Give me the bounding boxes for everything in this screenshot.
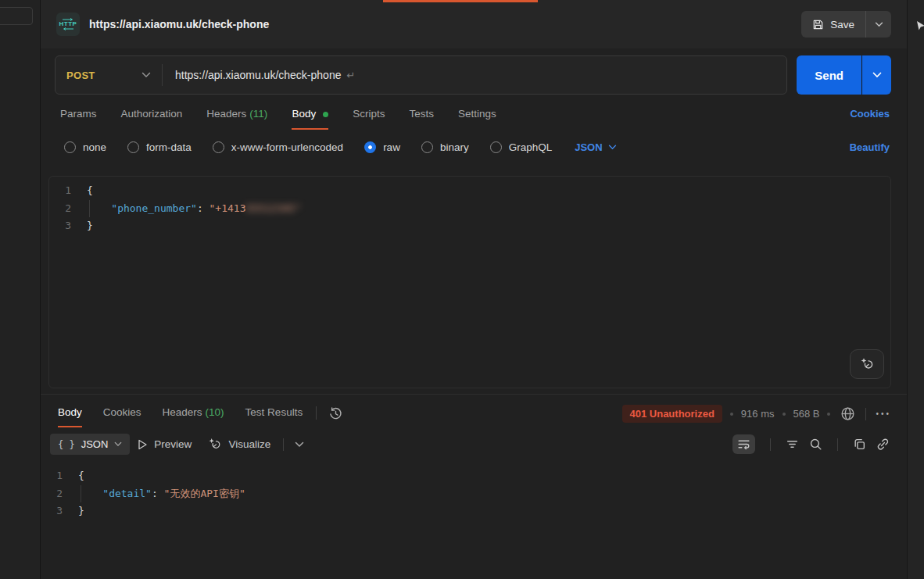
line-number: 1 <box>41 467 78 485</box>
code-line: 2 "detail": "无效的API密钥" <box>41 485 907 503</box>
radio-selected-icon <box>364 141 376 153</box>
mode-x-www-form-urlencoded[interactable]: x-www-form-urlencoded <box>213 141 343 153</box>
mode-form-data[interactable]: form-data <box>127 141 192 153</box>
tab-body[interactable]: Body <box>292 108 328 130</box>
visualize-button[interactable]: Visualize <box>199 432 278 456</box>
tab-label: Headers <box>163 406 202 418</box>
code-token: 55512345" <box>246 202 301 214</box>
word-wrap-icon <box>737 438 750 451</box>
code-token: "无效的API密钥" <box>164 488 245 499</box>
toolbar-divider <box>837 438 838 451</box>
meta-separator-dot <box>730 413 733 416</box>
mode-raw[interactable]: raw <box>364 141 400 153</box>
code-line: 2 "phone_number": "+141355512345" <box>49 200 890 218</box>
tab-label: Body <box>58 406 82 418</box>
radio-icon <box>64 141 76 153</box>
search-button[interactable] <box>809 438 822 451</box>
response-more-menu[interactable]: ••• <box>876 409 891 418</box>
tab-scripts[interactable]: Scripts <box>353 108 385 130</box>
code-line: 1{ <box>41 467 907 485</box>
tab-label: Scripts <box>353 108 385 120</box>
word-wrap-button[interactable] <box>732 434 755 454</box>
line-number: 3 <box>41 502 78 520</box>
response-meta: 401 Unauthorized 916 ms 568 B ••• <box>622 405 892 423</box>
response-header-divider <box>316 406 317 420</box>
raw-language-select[interactable]: JSON <box>575 141 616 153</box>
format-label: JSON <box>81 438 109 450</box>
network-globe-icon[interactable] <box>840 406 856 422</box>
send-button-label: Send <box>797 55 861 95</box>
code-token: { <box>87 184 93 196</box>
method-select[interactable]: POST <box>56 70 162 81</box>
http-request-icon: HTTP <box>56 13 80 36</box>
mode-binary[interactable]: binary <box>421 141 469 153</box>
enter-hint-glyph: ↵ <box>346 70 355 81</box>
copy-button[interactable] <box>853 438 866 451</box>
response-time[interactable]: 916 ms <box>741 408 775 420</box>
code-token: { <box>78 470 84 481</box>
beautify-link[interactable]: Beautify <box>850 141 890 153</box>
response-header: Body Cookies Headers(10) Test Results 40… <box>41 395 907 427</box>
indent-guide <box>81 485 81 503</box>
filter-icon <box>786 438 799 451</box>
radio-icon <box>127 141 139 153</box>
postbot-button[interactable] <box>850 349 884 379</box>
line-number: 2 <box>49 200 87 218</box>
save-button[interactable]: Save <box>801 11 891 38</box>
response-format-select[interactable]: { } JSON <box>50 434 130 455</box>
save-options-button[interactable] <box>866 11 891 38</box>
response-toolbar: { } JSON Preview Visualize <box>41 427 907 461</box>
response-tabs: Body Cookies Headers(10) Test Results <box>58 395 303 427</box>
mouse-cursor-icon <box>916 20 924 31</box>
response-tab-body[interactable]: Body <box>58 395 82 427</box>
chevron-down-icon <box>295 441 304 448</box>
response-body-editor[interactable]: 1{2 "detail": "无效的API密钥"3} <box>41 461 907 520</box>
visualize-sparkle-icon <box>207 437 222 452</box>
tab-tests[interactable]: Tests <box>409 108 434 130</box>
save-icon <box>812 19 824 30</box>
tab-authorization[interactable]: Authorization <box>121 108 183 130</box>
filter-button[interactable] <box>786 438 799 451</box>
response-size[interactable]: 568 B <box>793 408 820 420</box>
main-panel: HTTP https://api.xiaomu.uk/check-phone S… <box>41 0 907 579</box>
cookies-link[interactable]: Cookies <box>850 108 890 120</box>
send-options-button[interactable] <box>862 55 891 95</box>
body-modified-dot <box>323 112 328 117</box>
search-icon <box>809 438 822 451</box>
more-views-button[interactable] <box>288 441 310 448</box>
response-tab-test-results[interactable]: Test Results <box>245 395 303 427</box>
language-label: JSON <box>575 141 602 153</box>
response-tab-headers[interactable]: Headers(10) <box>163 395 224 427</box>
toolbar-divider <box>283 438 284 451</box>
headers-count-badge: (11) <box>249 108 267 120</box>
send-button[interactable]: Send <box>797 55 891 95</box>
tab-label: Cookies <box>103 406 141 418</box>
mode-graphql[interactable]: GraphQL <box>490 141 553 153</box>
tab-label: Settings <box>458 108 496 120</box>
tab-headers[interactable]: Headers(11) <box>206 108 267 130</box>
chevron-down-icon <box>141 72 151 78</box>
tab-settings[interactable]: Settings <box>458 108 496 130</box>
link-icon <box>876 438 890 451</box>
url-input[interactable]: https://api.xiaomu.uk/check-phone↵ <box>163 69 355 81</box>
status-badge[interactable]: 401 Unauthorized <box>622 405 722 423</box>
play-icon <box>138 439 148 450</box>
mode-none[interactable]: none <box>64 141 106 153</box>
tab-label: Test Results <box>245 406 303 418</box>
mode-label: form-data <box>146 141 192 153</box>
indent-guide <box>89 200 90 218</box>
request-tabs: Params Authorization Headers(11) Body Sc… <box>41 95 907 130</box>
mode-label: none <box>83 141 106 153</box>
response-headers-count-badge: (10) <box>206 406 224 418</box>
line-number: 2 <box>41 485 78 503</box>
preview-button[interactable]: Preview <box>130 434 199 455</box>
mode-label: binary <box>440 141 469 153</box>
url-box: POST https://api.xiaomu.uk/check-phone↵ <box>55 55 787 95</box>
sidebar-collapsed-item[interactable] <box>0 7 33 25</box>
link-button[interactable] <box>876 438 890 451</box>
tab-params[interactable]: Params <box>60 108 97 130</box>
response-tab-cookies[interactable]: Cookies <box>103 395 141 427</box>
code-token: : <box>152 488 164 499</box>
response-history-icon[interactable] <box>328 406 343 421</box>
request-body-editor[interactable]: 1{2 "phone_number": "+141355512345"3} <box>48 176 891 388</box>
